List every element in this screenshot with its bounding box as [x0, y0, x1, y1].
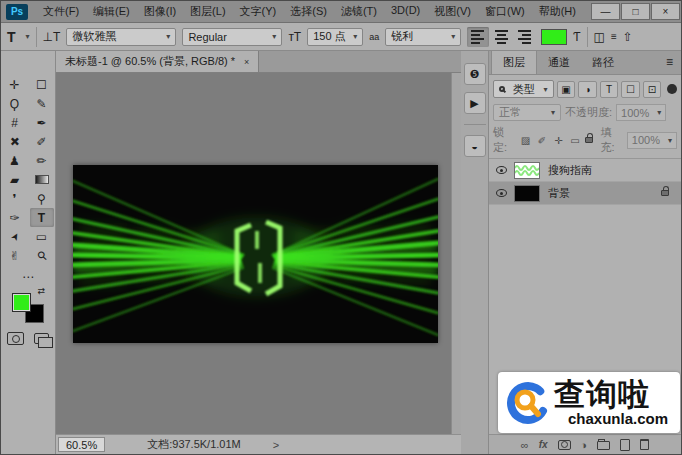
menu-file[interactable]: 文件(F) — [36, 1, 86, 22]
layer-style-icon[interactable]: fx — [539, 439, 548, 450]
window-controls: — □ × — [590, 3, 680, 20]
fill-field[interactable]: 100% ▾ — [627, 132, 677, 149]
blend-mode-select[interactable]: 正常 ▾ — [493, 104, 561, 121]
link-layers-icon[interactable]: ∞ — [521, 439, 529, 451]
font-family-value: 微软雅黑 — [72, 29, 116, 44]
filter-toggle-icon[interactable] — [667, 84, 677, 94]
maximize-button[interactable]: □ — [621, 3, 650, 20]
menu-help[interactable]: 帮助(H) — [532, 1, 583, 22]
new-group-icon[interactable] — [597, 439, 610, 450]
status-chevron-icon[interactable]: > — [273, 439, 279, 451]
dodge-tool[interactable]: ⚲ — [30, 189, 54, 208]
filter-adjustment-layers-icon[interactable]: ◑ — [578, 81, 597, 98]
quick-selection-tool[interactable]: ✎ — [30, 94, 54, 113]
blur-tool[interactable]: ❜ — [3, 189, 27, 208]
new-layer-icon[interactable] — [620, 439, 630, 451]
vertical-scrollbar[interactable] — [451, 73, 461, 434]
adjustments-panel-icon[interactable]: ◒ — [464, 135, 486, 157]
tab-layers[interactable]: 图层 — [491, 50, 537, 74]
panel-menu-icon[interactable]: ≡ — [660, 55, 679, 74]
layers-panel-bottom-bar: ∞ fx ◑ — [489, 434, 681, 454]
filter-pixel-layers-icon[interactable]: ▣ — [557, 81, 576, 98]
tab-channels[interactable]: 通道 — [537, 51, 581, 74]
chevron-down-icon: ▾ — [657, 108, 661, 117]
share-export-icon[interactable]: ⇧ — [623, 30, 633, 44]
tab-close-icon[interactable]: × — [244, 57, 249, 67]
tool-options-list-icon[interactable]: ≡ — [611, 31, 617, 42]
opacity-field[interactable]: 100% ▾ — [616, 104, 666, 121]
menu-layer[interactable]: 图层(L) — [183, 1, 232, 22]
menu-view[interactable]: 视图(V) — [427, 1, 478, 22]
eyedropper-tool[interactable]: ✒ — [30, 113, 54, 132]
layer-name[interactable]: 背景 — [548, 186, 570, 201]
char-paragraph-panel-icon[interactable]: ◫ — [594, 30, 605, 44]
document-tab[interactable]: 未标题-1 @ 60.5% (背景, RGB/8) * × — [56, 51, 259, 72]
minimize-button[interactable]: — — [591, 3, 620, 20]
align-right-button[interactable] — [513, 27, 535, 47]
filter-shape-layers-icon[interactable]: ☐ — [621, 81, 640, 98]
zoom-level-field[interactable]: 60.5% — [58, 437, 105, 452]
visibility-eye-icon[interactable] — [496, 166, 507, 174]
brush-tool[interactable]: ✐ — [30, 132, 54, 151]
text-orientation-icon[interactable]: ⊥T — [43, 30, 61, 44]
anti-alias-select[interactable]: 锐利 ▾ — [385, 28, 461, 46]
layer-thumbnail[interactable] — [514, 162, 540, 179]
visibility-eye-icon[interactable] — [496, 189, 507, 197]
quick-mask-icon[interactable] — [7, 332, 24, 345]
menu-type[interactable]: 文字(Y) — [233, 1, 284, 22]
font-size-select[interactable]: 150 点 ▾ — [307, 28, 363, 46]
filter-type-layers-icon[interactable]: T — [600, 81, 619, 98]
move-tool[interactable]: ✛ — [3, 75, 27, 94]
gradient-icon — [35, 175, 49, 184]
layer-row-pattern[interactable]: 搜狗指南 — [489, 159, 681, 182]
text-color-swatch[interactable] — [541, 29, 567, 45]
font-family-select[interactable]: 微软雅黑 ▾ — [66, 28, 176, 46]
photoshop-window: Ps 文件(F) 编辑(E) 图像(I) 图层(L) 文字(Y) 选择(S) 滤… — [0, 0, 682, 455]
filter-smart-objects-icon[interactable]: ⊡ — [643, 81, 662, 98]
history-panel-icon[interactable]: ❺ — [464, 63, 486, 85]
rectangular-marquee-tool[interactable]: ☐ — [30, 75, 54, 94]
lasso-tool[interactable]: Ϙ — [3, 94, 27, 113]
menu-bar: 文件(F) 编辑(E) 图像(I) 图层(L) 文字(Y) 选择(S) 滤镜(T… — [36, 1, 583, 22]
new-adjustment-layer-icon[interactable]: ◑ — [581, 439, 588, 451]
menu-window[interactable]: 窗口(W) — [478, 1, 532, 22]
type-tool-preset-icon[interactable]: T — [7, 29, 16, 45]
tab-paths[interactable]: 路径 — [581, 51, 625, 74]
layer-row-background[interactable]: 背景 — [489, 182, 681, 205]
canvas-image[interactable] — [73, 165, 438, 343]
lock-position-icon[interactable]: ✛ — [552, 135, 564, 146]
delete-layer-icon[interactable] — [640, 439, 649, 450]
lock-transparent-pixels-icon[interactable]: ▨ — [519, 135, 531, 146]
watermark-title: 查询啦 — [554, 379, 668, 410]
menu-filter[interactable]: 滤镜(T) — [334, 1, 384, 22]
lock-image-pixels-icon[interactable]: ✐ — [536, 135, 548, 146]
watermark-text: 查询啦 chaxunla.com — [554, 379, 668, 426]
foreground-color-swatch[interactable] — [12, 293, 31, 312]
swap-colors-icon[interactable]: ⇄ — [37, 286, 45, 296]
font-style-select[interactable]: Regular ▾ — [182, 28, 282, 46]
layer-thumbnail[interactable] — [514, 185, 540, 202]
warp-text-icon[interactable]: Ƭ — [573, 30, 580, 44]
filter-kind-value: 类型 — [513, 82, 535, 97]
layer-name[interactable]: 搜狗指南 — [548, 163, 592, 178]
menu-image[interactable]: 图像(I) — [137, 1, 183, 22]
close-button[interactable]: × — [651, 3, 680, 20]
align-center-button[interactable] — [490, 27, 512, 47]
type-tool[interactable]: T — [30, 208, 54, 227]
filter-kind-select[interactable]: 类型 ▾ — [493, 80, 554, 98]
align-left-button[interactable] — [467, 27, 489, 47]
add-layer-mask-icon[interactable] — [558, 440, 571, 450]
tool-preset-caret-icon[interactable]: ▾ — [26, 32, 30, 41]
menu-edit[interactable]: 编辑(E) — [86, 1, 137, 22]
edit-toolbar-icon[interactable]: ⋯ — [22, 270, 34, 284]
gradient-tool[interactable] — [30, 170, 54, 189]
lock-artboard-icon[interactable]: ▭ — [569, 135, 581, 146]
menu-3d[interactable]: 3D(D) — [384, 1, 427, 22]
chevron-down-icon: ▾ — [668, 136, 672, 145]
eraser-tool[interactable]: ▰ — [3, 170, 27, 189]
menu-select[interactable]: 选择(S) — [283, 1, 334, 22]
actions-panel-icon[interactable]: ▶ — [464, 92, 486, 114]
screen-mode-icon[interactable] — [34, 333, 49, 344]
lock-all-icon[interactable] — [585, 137, 592, 143]
history-brush-tool[interactable]: ✏ — [30, 151, 54, 170]
